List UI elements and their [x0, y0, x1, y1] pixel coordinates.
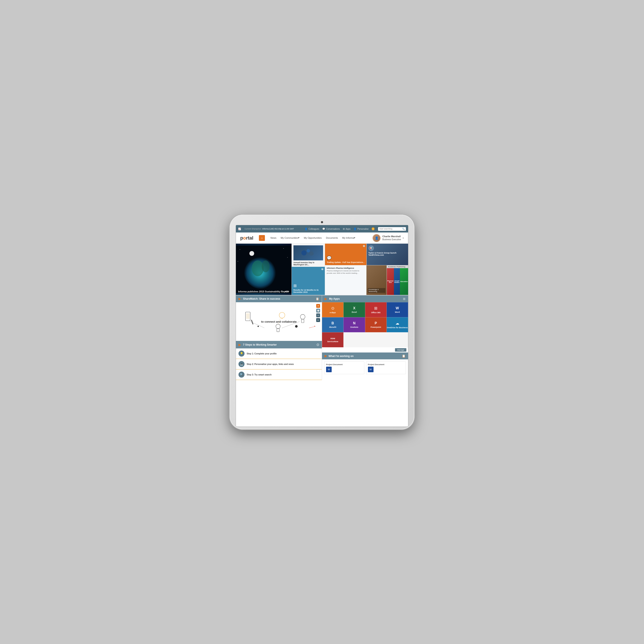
book-covers: Physical Geo Joseph Holden Education	[387, 268, 408, 295]
svg-point-5	[240, 249, 240, 250]
working-header: ▶ What I'm working on 📋	[322, 352, 408, 359]
apps-grid: ⊙ e-days X Excel ⊞ Office 365 W	[322, 302, 408, 332]
svg-point-3	[262, 260, 270, 272]
step-2[interactable]: 💻 Step 2: Personalise your apps, links a…	[236, 359, 322, 369]
edays-icon: ⊙	[331, 306, 334, 311]
onenote-label: OneNote	[350, 326, 358, 328]
conversations-icon: 💬	[322, 228, 325, 230]
step-3-label: Step 3: Try smart search	[247, 374, 272, 376]
svg-point-10	[307, 249, 310, 252]
share-price-value: Informa (L6E) 652.60p at 11:06 GMT	[262, 228, 294, 230]
working-grid: Project Document W Project Document W	[322, 359, 408, 376]
news-row2: Knowledge & Networking Academic Publishi…	[366, 265, 408, 295]
news-taylor[interactable]: 📢 Taylor & Francis Group launch TandFChi…	[366, 244, 408, 265]
app-office365[interactable]: ⊞ Office 365	[365, 302, 387, 317]
screen: 📈 Current Shareprice: Informa (L6E) 652.…	[236, 225, 408, 427]
word-icon: W	[396, 306, 399, 310]
app-edays[interactable]: ⊙ e-days	[322, 302, 343, 317]
svg-point-24	[258, 326, 259, 327]
academic-section[interactable]: Academic Publishing Physical Geo Joseph …	[387, 265, 408, 295]
user-dropdown-icon[interactable]: ▾	[403, 237, 404, 239]
search-icon: 🔍	[402, 228, 405, 230]
personalise-label: Personalise	[357, 228, 369, 230]
app-excel[interactable]: X Excel	[343, 302, 365, 317]
svg-point-14	[279, 312, 285, 318]
myapps-header: ▶ My Apps ⊞	[322, 295, 408, 302]
nav-my-informa[interactable]: My Informa ▾	[340, 232, 357, 244]
svg-point-9	[301, 250, 307, 255]
nav-conversations[interactable]: 💬 Conversations	[322, 228, 340, 230]
sharematch-header: ▶ ShareMatch: Share in success 📋	[236, 295, 322, 302]
user-info: Charlie Marshall Business Executive	[382, 235, 401, 241]
app-onenote[interactable]: N OneNote	[343, 317, 365, 332]
portal-logo: portal	[240, 235, 253, 241]
step-3[interactable]: 🔍 Step 3: Try smart search	[236, 369, 322, 380]
news-investor-image	[293, 245, 323, 260]
doc-1-icon: W	[326, 367, 332, 372]
doc-card-1[interactable]: Project Document W	[324, 361, 364, 374]
sharematch-title: ▶ ShareMatch: Share in success	[238, 297, 280, 301]
app-powerpoint[interactable]: P Powerpoint	[365, 317, 387, 332]
knowledge-badge: Knowledge & Networking	[368, 288, 385, 293]
doc-card-2[interactable]: Project Document W	[366, 361, 406, 374]
megaphone-icon: 📢	[368, 245, 374, 251]
app-servicenow[interactable]: now ServiceNow	[322, 332, 343, 347]
step-2-icon: 💻	[238, 361, 245, 367]
news-grid: Informa publishes 2015 Sustainability Re…	[236, 244, 408, 295]
academic-header: Academic Publishing	[387, 265, 408, 268]
front-camera	[321, 221, 323, 223]
news-pharma[interactable]: Informa's Pharma Intelligence Pharma int…	[325, 265, 366, 295]
svg-point-6	[283, 248, 284, 249]
working-arrow: ▶	[325, 354, 327, 358]
app-onedrive[interactable]: ☁ OneDrive for Business	[387, 317, 408, 332]
news-trading[interactable]: 🕐 💬 Trading Update - Full Year Expectati…	[325, 244, 366, 265]
step-1[interactable]: 💡 Step 1: Complete your profile	[236, 348, 322, 359]
news-results[interactable]: 🕐 ⊞ Results for 12 Months to 31 December…	[292, 267, 325, 295]
sharematch-arrow: ▶	[238, 297, 241, 301]
app-ibenefit[interactable]: B iBenefit	[322, 317, 343, 332]
app-word[interactable]: W Word	[387, 302, 408, 317]
top-nav: 👤 Colleagues 💬 Conversations ⊞ Apps 👤 Pe…	[305, 227, 375, 230]
nav-documents[interactable]: Documents	[324, 232, 340, 244]
svg-rect-20	[277, 329, 279, 332]
trading-icon: 💬	[327, 256, 365, 260]
manage-button[interactable]: Manage	[395, 348, 406, 352]
onenote-icon: N	[353, 321, 356, 325]
news-investor-text: Annual Investor Day in Washington DC... …	[293, 261, 323, 267]
nav-my-communities[interactable]: My Communities ▾	[279, 232, 302, 244]
personalise-icon: 👤	[354, 228, 357, 230]
step-1-icon: 💡	[238, 351, 245, 357]
notification-badge[interactable]: 8	[372, 227, 375, 230]
news-pharma-title: Informa's Pharma Intelligence	[327, 267, 365, 269]
news-investor-title: Annual Investor Day in Washington DC...	[293, 261, 323, 266]
svg-point-2	[252, 260, 264, 276]
steps-header: ▶ 7 Steps to Working Smarter ⊙	[236, 341, 322, 348]
news-investor[interactable]: Annual Investor Day in Washington DC... …	[292, 244, 325, 267]
windows-logo: ⊞	[293, 283, 323, 288]
nav-personalise[interactable]: 👤 Personalise	[354, 228, 369, 230]
nav-news[interactable]: News	[268, 232, 279, 244]
powerpoint-icon: P	[375, 321, 377, 325]
user-name: Charlie Marshall	[382, 235, 401, 238]
user-area: 👤 Charlie Marshall Business Executive ▾	[372, 234, 404, 242]
excel-label: Excel	[352, 311, 357, 313]
conversations-label: Conversations	[326, 228, 340, 230]
apps-icon: ⊞	[343, 228, 345, 230]
home-button[interactable]: ⌂	[259, 235, 265, 241]
myapps-title: ▶ My Apps	[325, 297, 340, 301]
news-pharma-body: Pharma intelligence's brands are trusted…	[327, 270, 365, 274]
working-icon: 📋	[402, 354, 406, 358]
main-nav: News My Communities ▾ My Opportunities D…	[268, 232, 369, 244]
svg-point-17	[300, 314, 305, 319]
avatar: 👤	[372, 234, 381, 242]
nav-my-opportunities[interactable]: My Opportunities	[302, 232, 324, 244]
nav-colleagues[interactable]: 👤 Colleagues	[305, 228, 319, 230]
step-3-icon: 🔍	[238, 372, 245, 378]
search-input[interactable]	[379, 228, 401, 230]
knowledge-section[interactable]: Knowledge & Networking	[366, 265, 387, 295]
nav-apps[interactable]: ⊞ Apps	[343, 228, 351, 230]
clock-icon: 🕐	[321, 268, 324, 270]
news-main-item[interactable]: Informa publishes 2015 Sustainability Re…	[236, 244, 292, 295]
colleagues-label: Colleagues	[308, 228, 319, 230]
search-bar[interactable]: 🔍	[378, 227, 406, 231]
